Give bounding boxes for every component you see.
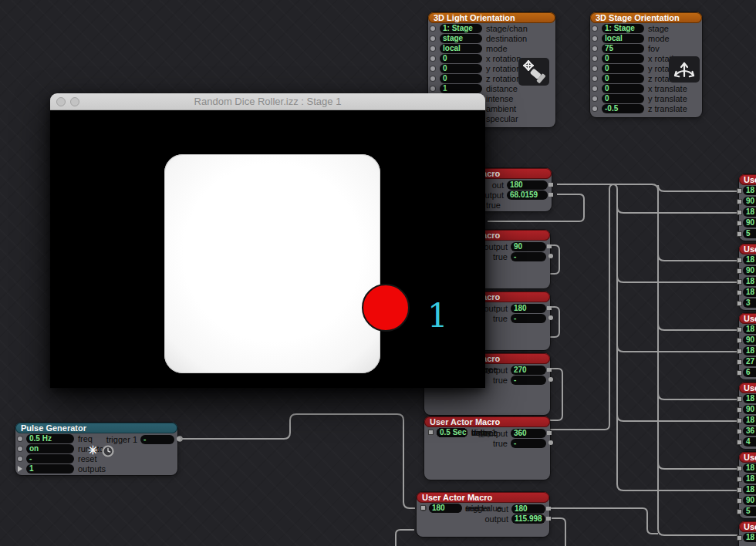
node-right-macro-5[interactable]: User Actor Macro 181818905: [739, 452, 756, 518]
value-box[interactable]: 90: [743, 405, 756, 414]
input-port-icon[interactable]: [737, 339, 741, 342]
value-box[interactable]: 18: [743, 394, 756, 403]
output-port-icon[interactable]: [547, 244, 552, 248]
stage-window[interactable]: Random Dice Roller.izz : Stage 1 1: [50, 93, 485, 388]
input-port-icon[interactable]: [737, 232, 741, 236]
value-box[interactable]: 90: [743, 218, 756, 228]
input-port-icon[interactable]: [737, 302, 741, 305]
input-port-icon[interactable]: [737, 499, 741, 503]
output-port-icon[interactable]: [548, 377, 553, 382]
value-box[interactable]: 90: [743, 266, 756, 275]
value-box[interactable]: 1: [440, 84, 482, 93]
input-port-icon[interactable]: [18, 457, 22, 461]
value-box[interactable]: 0: [440, 74, 482, 83]
value-box[interactable]: local: [440, 44, 482, 53]
value-box[interactable]: 6: [743, 368, 756, 377]
input-port-icon[interactable]: [737, 291, 741, 295]
input-port-icon[interactable]: [18, 436, 22, 441]
input-port-icon[interactable]: [737, 328, 741, 332]
value-box[interactable]: 36: [743, 426, 756, 436]
input-port-icon[interactable]: [737, 349, 741, 353]
input-port-icon[interactable]: [737, 467, 741, 470]
value-box[interactable]: 27: [743, 357, 756, 366]
input-port-icon[interactable]: [18, 447, 22, 451]
input-port-icon[interactable]: [421, 506, 425, 510]
value-box[interactable]: 18: [743, 485, 756, 494]
value-box[interactable]: 0: [602, 74, 644, 83]
input-port-icon[interactable]: [592, 56, 597, 61]
value-box[interactable]: 5: [743, 229, 756, 238]
trigger-value-box[interactable]: -: [140, 435, 174, 444]
value-box[interactable]: 90: [743, 335, 756, 345]
value-box[interactable]: 18: [743, 325, 756, 334]
value-box[interactable]: 0: [602, 64, 644, 73]
node-3d-stage-orientation[interactable]: 3D Stage Orientation 1: Stage stage loca…: [590, 12, 702, 117]
value-box[interactable]: 1: [26, 464, 74, 474]
value-box[interactable]: 0.5 Sec: [437, 428, 467, 437]
input-port-icon[interactable]: [737, 397, 741, 401]
input-port-icon[interactable]: [430, 66, 435, 71]
output-port-icon[interactable]: [177, 436, 181, 441]
input-port-icon[interactable]: [592, 46, 597, 51]
patch-editor-canvas[interactable]: 3D Light Orientation 1: Stage stage/chan…: [0, 0, 756, 546]
input-port-icon[interactable]: [592, 96, 597, 101]
true-value-box[interactable]: -: [511, 439, 546, 448]
value-box[interactable]: 18: [743, 346, 756, 356]
node-right-macro-4[interactable]: User Actor Macro 189018364: [739, 383, 756, 449]
true-value-box[interactable]: -: [511, 252, 546, 261]
value-box[interactable]: 0: [602, 84, 644, 93]
value-box[interactable]: 75: [602, 44, 644, 53]
value-box[interactable]: -: [26, 454, 74, 463]
input-port-icon[interactable]: [592, 106, 597, 111]
value-box[interactable]: 4: [743, 437, 756, 447]
value-box[interactable]: 0: [440, 64, 482, 73]
window-close-button[interactable]: [56, 97, 66, 106]
value-box[interactable]: 90: [743, 496, 756, 505]
input-port-icon[interactable]: [737, 371, 741, 375]
output-port-icon[interactable]: [547, 368, 552, 372]
value-box[interactable]: 18: [743, 474, 756, 484]
input-port-icon[interactable]: [430, 76, 435, 81]
output-port-icon[interactable]: [548, 183, 553, 187]
input-port-icon[interactable]: [592, 36, 597, 41]
value-box[interactable]: 18: [743, 288, 756, 297]
value-box[interactable]: stage: [440, 34, 482, 43]
value-box[interactable]: 90: [743, 197, 756, 206]
window-minimize-button[interactable]: [70, 97, 79, 106]
value-box[interactable]: 3: [743, 298, 756, 308]
input-port-icon[interactable]: [737, 360, 741, 364]
value-box[interactable]: 180: [429, 504, 461, 513]
output-value-box[interactable]: 68.0159: [507, 190, 548, 200]
output-value-box[interactable]: 180: [511, 304, 546, 313]
input-port-icon[interactable]: [737, 211, 741, 214]
input-port-icon[interactable]: [592, 26, 597, 31]
output-port-icon[interactable]: [546, 517, 551, 521]
value-box[interactable]: 0: [602, 54, 644, 63]
input-port-icon[interactable]: [430, 26, 435, 31]
output-port-icon[interactable]: [548, 315, 553, 320]
value-box[interactable]: on: [26, 444, 74, 453]
input-port-icon[interactable]: [737, 440, 741, 444]
input-port-icon[interactable]: [430, 46, 435, 51]
input-port-icon[interactable]: [737, 221, 741, 225]
input-port-icon[interactable]: [429, 430, 433, 434]
input-port-icon[interactable]: [430, 56, 435, 61]
value-box[interactable]: 0: [440, 54, 482, 63]
output-value-box[interactable]: 270: [511, 366, 546, 375]
out-value-box[interactable]: 180: [507, 180, 548, 190]
input-port-icon[interactable]: [737, 536, 741, 540]
input-port-icon[interactable]: [737, 280, 741, 284]
value-box[interactable]: 0: [602, 94, 644, 103]
output-port-icon[interactable]: [548, 254, 553, 258]
node-right-macro-2[interactable]: User Actor Macro 189018183: [739, 244, 756, 310]
value-box[interactable]: 18: [743, 277, 756, 286]
value-box[interactable]: 18: [743, 416, 756, 425]
true-value-box[interactable]: -: [511, 376, 546, 385]
input-port-icon[interactable]: [737, 408, 741, 412]
value-box[interactable]: 18: [743, 186, 756, 195]
input-port-icon[interactable]: [18, 466, 22, 472]
output-port-icon[interactable]: [547, 306, 552, 310]
output-port-icon[interactable]: [548, 193, 553, 197]
value-box[interactable]: 18: [743, 207, 756, 217]
node-pulse-generator[interactable]: Pulse Generator 0.5 Hz freq on run/stop …: [15, 423, 177, 475]
